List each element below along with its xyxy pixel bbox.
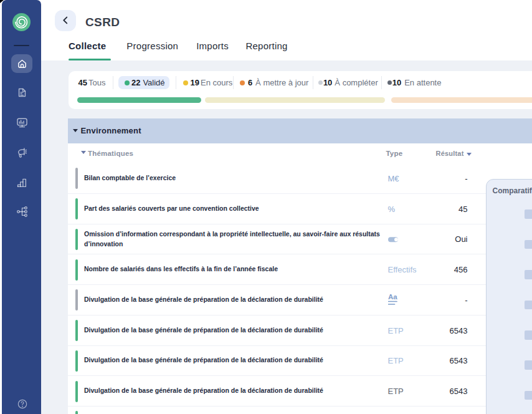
svg-text:Aa: Aa <box>388 293 397 301</box>
